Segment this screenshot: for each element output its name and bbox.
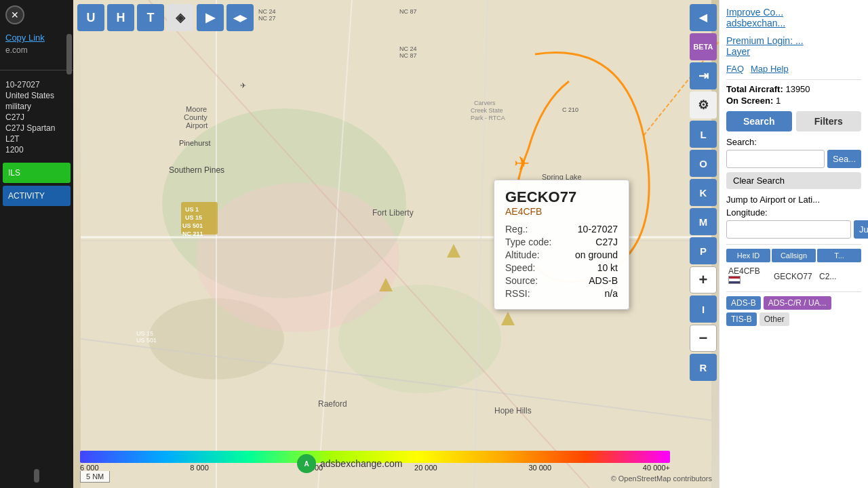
svg-text:US 15: US 15 — [185, 214, 202, 221]
search-label: Search: — [726, 137, 861, 147]
cell-type: C2... — [817, 270, 861, 283]
map-toolbar-top: U H T ◈ ▶ ◀▶ — [77, 4, 254, 31]
btn-h[interactable]: H — [107, 4, 134, 31]
popup-source-row: Source: ADS-B — [505, 275, 618, 286]
premium-link[interactable]: Premium Login: ... — [726, 35, 861, 46]
btn-u[interactable]: U — [77, 4, 104, 31]
map-help-link[interactable]: Map Help — [751, 64, 789, 74]
source-badges-2: TIS-B Other — [726, 312, 861, 326]
flag-icon — [728, 276, 741, 284]
wake-label: L2T — [5, 134, 68, 144]
popup-altitude-row: Altitude: on ground — [505, 249, 618, 260]
search-small-btn[interactable]: Sea... — [827, 150, 861, 168]
popup-altitude-label: Altitude: — [505, 249, 540, 260]
col-type[interactable]: T... — [817, 249, 861, 262]
label-30000: 30 000 — [528, 464, 551, 472]
btn-zoom-out[interactable]: − — [690, 325, 717, 352]
scrollbar[interactable] — [66, 34, 72, 75]
improve-link[interactable]: Improve Co... — [726, 7, 861, 18]
btn-login[interactable]: ⇥ — [690, 62, 717, 89]
svg-text:Park - RTCA: Park - RTCA — [471, 115, 505, 121]
svg-text:C 210: C 210 — [562, 106, 578, 113]
jump-label: Jump to Airport or Lati... — [726, 195, 861, 205]
popup-type-value: C27J — [595, 237, 618, 247]
btn-m[interactable]: M — [690, 208, 717, 235]
svg-point-4 — [196, 183, 399, 332]
table-row[interactable]: AE4CFB GECKO77 C2... — [726, 265, 861, 287]
total-aircraft-stat: Total Aircraft: 13950 — [726, 84, 861, 94]
on-screen-label: On Screen: — [726, 96, 773, 106]
svg-text:NC 27: NC 27 — [258, 15, 276, 22]
sidebar-item-activity[interactable]: ACTIVITY — [3, 186, 71, 206]
scroll-thumb[interactable] — [34, 469, 39, 483]
longitude-label: Longitude: — [726, 207, 861, 218]
layer-link[interactable]: Layer — [726, 46, 861, 57]
popup-source-value: ADS-B — [589, 275, 618, 286]
table-header: Hex ID Callsign T... — [726, 249, 861, 262]
map-scale: 5 NM — [80, 471, 110, 483]
badge-adsc[interactable]: ADS-C/R / UA... — [764, 296, 831, 310]
svg-text:US 501: US 501 — [182, 222, 203, 229]
map-area[interactable]: Moore County Airport ✈ Pinehurst Souther… — [73, 0, 719, 488]
btn-layers[interactable]: ◈ — [167, 4, 194, 31]
improve-url[interactable]: adsbexchan... — [726, 18, 861, 28]
search-input[interactable] — [726, 150, 825, 168]
reg-label: 10-27027 — [5, 80, 68, 89]
adsb-watermark: A adsbexchange.com — [297, 454, 402, 473]
btn-p[interactable]: P — [690, 237, 717, 264]
btn-l[interactable]: L — [690, 121, 717, 148]
btn-t[interactable]: T — [137, 4, 164, 31]
popup-speed-row: Speed: 10 kt — [505, 262, 618, 273]
popup-speed-value: 10 kt — [597, 262, 618, 273]
jump-button[interactable]: Jum... — [854, 220, 868, 239]
search-button[interactable]: Search — [726, 111, 792, 131]
btn-o[interactable]: O — [690, 150, 717, 177]
jump-input[interactable] — [726, 220, 851, 239]
copy-link[interactable]: Copy Link — [5, 33, 68, 43]
panel-search-filter-buttons: Search Filters — [726, 111, 861, 131]
panel-divider-3 — [726, 291, 861, 292]
faq-link[interactable]: FAQ — [726, 64, 744, 74]
btn-zoom-in[interactable]: + — [690, 266, 717, 293]
btn-next[interactable]: ▶ — [197, 4, 224, 31]
type-name-label: C27J Spartan — [5, 123, 68, 133]
badge-other[interactable]: Other — [760, 312, 789, 326]
svg-text:✈: ✈ — [240, 81, 246, 89]
popup-source-label: Source: — [505, 275, 538, 286]
popup-type-label: Type code: — [505, 237, 552, 247]
svg-text:Airport: Airport — [186, 121, 208, 129]
adsb-url: adsbexchange.com — [320, 458, 402, 469]
btn-beta[interactable]: BETA — [690, 33, 717, 60]
btn-back[interactable]: ◀ — [690, 4, 717, 31]
col-callsign[interactable]: Callsign — [772, 249, 816, 262]
badge-tisb[interactable]: TIS-B — [726, 312, 757, 326]
sidebar-item-details[interactable]: ILS — [3, 163, 71, 183]
svg-text:NC 87: NC 87 — [399, 8, 417, 15]
aircraft-icon[interactable]: ✈ — [514, 152, 530, 175]
btn-prevnext[interactable]: ◀▶ — [226, 4, 254, 31]
svg-text:Southern Pines: Southern Pines — [169, 165, 224, 175]
btn-r[interactable]: R — [690, 354, 717, 381]
map-background: Moore County Airport ✈ Pinehurst Souther… — [73, 0, 719, 488]
popup-speed-label: Speed: — [505, 262, 535, 273]
squawk-label: 1200 — [5, 145, 68, 155]
popup-altitude-value: on ground — [575, 249, 618, 260]
cell-callsign: GECKO77 — [772, 270, 816, 283]
filters-button[interactable]: Filters — [796, 111, 862, 131]
close-button[interactable]: ✕ — [5, 5, 24, 24]
aircraft-popup: GECKO77 AE4CFB Reg.: 10-27027 Type code:… — [494, 180, 629, 310]
btn-k[interactable]: K — [690, 179, 717, 206]
clear-search-button[interactable]: Clear Search — [726, 172, 861, 189]
badge-adsb[interactable]: ADS-B — [726, 296, 761, 310]
popup-rssi-value: n/a — [605, 288, 618, 299]
col-hex-id[interactable]: Hex ID — [726, 249, 770, 262]
popup-callsign: GECKO77 — [505, 188, 618, 206]
svg-text:US 1: US 1 — [185, 206, 199, 213]
btn-settings[interactable]: ⚙ — [690, 92, 717, 119]
sidebar-bottom — [0, 464, 73, 488]
left-sidebar: ✕ Copy Link e.com 10-27027 United States… — [0, 0, 73, 488]
btn-i[interactable]: I — [690, 296, 717, 323]
label-20000: 20 000 — [414, 464, 437, 472]
svg-text:Pinehurst: Pinehurst — [179, 139, 210, 147]
panel-improve-section: Improve Co... adsbexchan... — [726, 7, 861, 28]
